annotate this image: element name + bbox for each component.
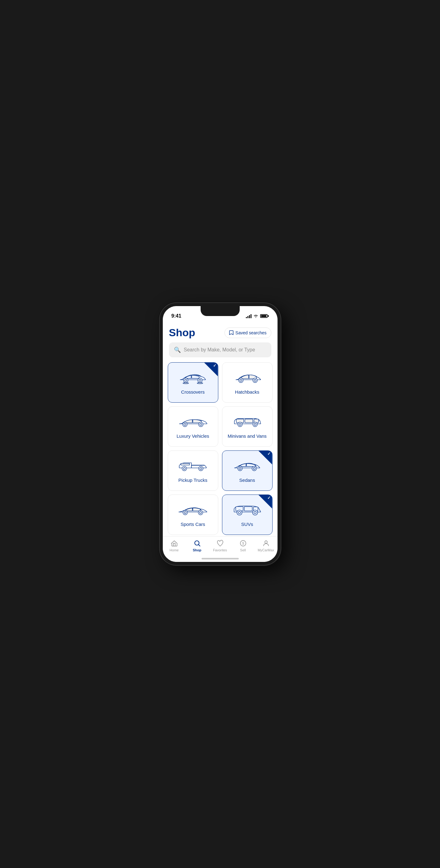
vehicle-card-suvs[interactable]: ✓ — [222, 495, 273, 535]
sell-icon: $ — [239, 539, 247, 547]
vehicle-label-luxury: Luxury Vehicles — [176, 433, 209, 439]
vehicle-card-trucks[interactable]: Pickup Trucks — [168, 451, 218, 491]
svg-point-27 — [182, 466, 187, 471]
home-indicator — [202, 558, 239, 559]
svg-point-47 — [252, 510, 258, 515]
nav-item-mycarmax[interactable]: MyCarMax — [257, 539, 275, 552]
vehicle-label-hatchbacks: Hatchbacks — [235, 389, 259, 395]
nav-label-favorites: Favorites — [213, 548, 227, 552]
nav-item-shop[interactable]: Shop — [189, 539, 206, 552]
crossover-icon — [176, 369, 210, 386]
home-icon — [171, 539, 178, 547]
vehicle-card-sedans[interactable]: ✓ — [222, 451, 273, 491]
vehicle-label-trucks: Pickup Trucks — [178, 477, 207, 483]
svg-point-32 — [238, 466, 242, 471]
status-time: 9:41 — [171, 313, 181, 319]
svg-point-15 — [198, 422, 203, 427]
vehicle-card-minivans[interactable]: Minivans and Vans — [222, 406, 273, 447]
svg-point-37 — [183, 510, 188, 515]
vehicle-label-sports: Sports Cars — [180, 522, 205, 527]
svg-point-6 — [197, 383, 203, 384]
saved-searches-button[interactable]: Saved searches — [225, 328, 271, 338]
svg-point-8 — [239, 378, 243, 383]
svg-line-50 — [198, 545, 200, 547]
signal-bar-3 — [249, 315, 250, 318]
nav-label-shop: Shop — [193, 548, 202, 552]
volume-up-button — [160, 352, 160, 371]
volume-down-button — [160, 374, 160, 393]
phone-frame: 9:41 — [160, 303, 281, 565]
wifi-icon — [253, 314, 258, 318]
svg-point-29 — [198, 466, 203, 471]
search-container: 🔍 Search by Make, Model, or Type — [163, 342, 277, 362]
page-title: Shop — [169, 327, 195, 339]
signal-bars-icon — [246, 314, 251, 318]
search-placeholder: Search by Make, Model, or Type — [184, 347, 255, 353]
minivan-icon — [230, 413, 264, 430]
vehicle-card-luxury[interactable]: Luxury Vehicles — [168, 406, 218, 447]
svg-rect-19 — [245, 419, 253, 423]
battery-icon — [260, 314, 269, 318]
suv-icon — [230, 501, 264, 519]
svg-point-23 — [253, 422, 257, 427]
power-button — [280, 356, 281, 381]
screen: 9:41 — [163, 306, 277, 562]
signal-bar-2 — [247, 316, 248, 318]
sports-icon — [176, 501, 210, 519]
svg-point-1 — [183, 378, 188, 383]
vehicle-card-crossovers[interactable]: ✓ — [168, 362, 218, 403]
search-bar[interactable]: 🔍 Search by Make, Model, or Type — [169, 342, 271, 357]
signal-bar-4 — [250, 314, 251, 318]
svg-point-5 — [183, 383, 189, 384]
saved-searches-label: Saved searches — [235, 330, 266, 335]
mycarmax-icon — [262, 539, 270, 547]
svg-point-21 — [238, 422, 242, 427]
mute-button — [160, 337, 160, 347]
sedan-icon — [230, 457, 264, 474]
shop-search-icon — [194, 539, 201, 547]
status-icons — [246, 314, 269, 318]
page-header: Shop Saved searches — [163, 321, 277, 342]
hatchback-icon — [230, 369, 264, 386]
truck-icon — [176, 457, 210, 474]
svg-point-34 — [252, 466, 257, 471]
luxury-icon — [176, 413, 210, 430]
vehicle-label-suvs: SUVs — [241, 522, 253, 527]
nav-label-mycarmax: MyCarMax — [258, 548, 274, 552]
svg-point-13 — [183, 422, 187, 427]
vehicle-type-grid: ✓ — [163, 362, 277, 535]
nav-item-favorites[interactable]: Favorites — [211, 539, 229, 552]
svg-point-53 — [265, 541, 267, 543]
vehicle-card-hatchbacks[interactable]: Hatchbacks — [222, 362, 273, 403]
svg-point-39 — [198, 510, 203, 515]
nav-label-sell: Sell — [240, 548, 245, 552]
vehicle-label-minivans: Minivans and Vans — [228, 433, 267, 439]
status-bar: 9:41 — [163, 306, 277, 321]
nav-item-home[interactable]: Home — [166, 539, 183, 552]
vehicle-label-sedans: Sedans — [239, 477, 255, 483]
svg-point-3 — [198, 378, 202, 383]
svg-rect-43 — [244, 507, 252, 511]
svg-point-45 — [237, 510, 242, 515]
nav-item-sell[interactable]: $ Sell — [234, 539, 252, 552]
vehicle-label-crossovers: Crossovers — [181, 389, 205, 395]
nav-label-home: Home — [170, 548, 179, 552]
svg-point-10 — [253, 378, 257, 383]
favorites-icon — [216, 539, 224, 547]
search-icon: 🔍 — [174, 346, 181, 353]
svg-text:$: $ — [242, 541, 244, 545]
signal-bar-1 — [246, 317, 247, 318]
main-content: Shop Saved searches 🔍 Search by Make, Mo… — [163, 321, 277, 562]
bookmark-icon — [229, 330, 234, 335]
vehicle-card-sports[interactable]: Sports Cars — [168, 495, 218, 535]
